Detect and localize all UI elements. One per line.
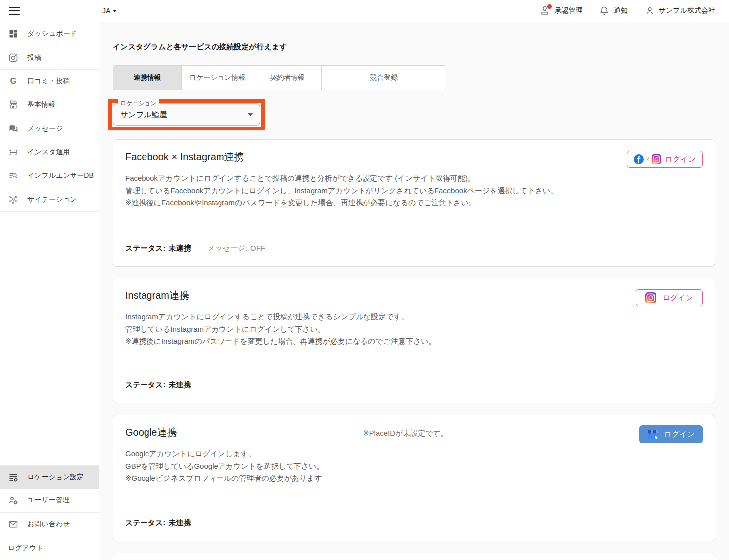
sidebar: ダッシュボード 投稿 G 口コミ・投稿	[0, 22, 99, 560]
status-value: 未連携	[168, 244, 191, 253]
card-title: Facebook × Instagram連携	[125, 150, 244, 164]
tab-contractor-info[interactable]: 契約者情報	[253, 66, 322, 90]
notification-badge	[547, 4, 552, 9]
facebook-icon	[634, 154, 644, 164]
sidebar-item-label: 口コミ・投稿	[27, 77, 70, 86]
card-instagram: Instagram連携 ログイン Instagramアカウントにログインすること…	[113, 278, 715, 403]
message-value: OFF	[250, 244, 265, 252]
account-menu[interactable]: サンプル株式会社	[645, 6, 715, 16]
topbar-actions: 承認管理 通知 サンプル株式会社	[539, 5, 715, 16]
placeid-warning: ※PlaceIDが未設定です。	[363, 429, 448, 438]
card-facebook-instagram: Facebook × Instagram連携 ×	[113, 139, 715, 267]
annotation-highlight-box: ロケーション サンプル鮨屋	[108, 99, 265, 130]
top-bar: JA 承認管理	[0, 0, 729, 22]
card-description: Instagramアカウントにログインすることで投稿が連携できるシンプルな設定で…	[125, 311, 703, 348]
account-label: サンプル株式会社	[659, 6, 715, 15]
person-icon	[645, 6, 655, 16]
approval-icon	[539, 5, 550, 16]
search-list-icon	[8, 171, 19, 181]
card-title: Instagram連携	[125, 289, 189, 302]
status-value: 未連携	[168, 518, 191, 528]
description-line: Googleアカウントにログインします。	[125, 448, 703, 460]
instagram-gradient-icon	[652, 154, 661, 164]
instagram-login-button[interactable]: ログイン	[636, 289, 703, 306]
description-line: Instagramアカウントにログインすることで投稿が連携できるシンプルな設定で…	[125, 311, 703, 323]
approval-label: 承認管理	[555, 6, 583, 15]
sidebar-item-label: 基本情報	[27, 100, 55, 109]
description-line: ※Googleビジネスプロフィールの管理者の必要があります	[125, 472, 703, 485]
language-selector[interactable]: JA	[102, 7, 117, 15]
google-login-button[interactable]: G ログイン	[639, 425, 703, 443]
sidebar-item-citation[interactable]: サイテーション	[0, 188, 99, 212]
app-window: JA 承認管理	[0, 0, 729, 560]
login-button-label: ログイン	[663, 293, 693, 303]
card-status-row: ステータス: 未連携	[125, 380, 191, 390]
logout-label: ログアウト	[8, 544, 44, 553]
sidebar-item-logout[interactable]: ログアウト	[0, 536, 99, 560]
sidebar-spacer	[0, 212, 99, 466]
login-button-label: ログイン	[665, 155, 696, 164]
storefront-icon	[8, 100, 19, 110]
card-title: Google連携	[125, 426, 177, 439]
card-description: Googleアカウントにログインします。 GBPを管理しているGoogleアカウ…	[125, 448, 703, 485]
card-google: Google連携 ※PlaceIDが未設定です。 G ログイン Googleアカ	[113, 415, 715, 541]
location-settings-icon	[8, 472, 19, 482]
status-value: 未連携	[168, 380, 191, 390]
tab-location-info[interactable]: ロケーション情報	[182, 66, 253, 90]
description-line: ※連携後にFacebookやInstagramのパスワードを変更した場合、再連携…	[125, 197, 703, 209]
card-status-row: ステータス: 未連携	[125, 518, 191, 528]
mail-icon	[8, 519, 19, 529]
tab-competitor-registration[interactable]: 競合登録	[322, 66, 446, 90]
location-select[interactable]: ロケーション サンプル鮨屋	[113, 103, 260, 126]
card-description: Facebookアカウントにログインすることで投稿の連携と分析ができる設定です …	[125, 172, 703, 209]
description-line: GBPを管理しているGoogleアカウントを選択して下さい。	[125, 460, 703, 473]
sidebar-item-user-management[interactable]: ユーザー管理	[0, 489, 99, 513]
page-description: インスタグラムと各サービスの接続設定が行えます	[113, 42, 287, 52]
sidebar-item-label: ユーザー管理	[27, 496, 70, 505]
sidebar-item-posts[interactable]: 投稿	[0, 46, 99, 70]
login-button-label: ログイン	[664, 430, 695, 439]
hamburger-menu-icon[interactable]	[9, 7, 20, 15]
sidebar-item-location-settings[interactable]: ロケーション設定	[0, 465, 99, 489]
sidebar-item-influencer-db[interactable]: インフルエンサーDB	[0, 164, 99, 188]
description-line: 管理しているFacebookアカウントにログインし、Instagramアカウント…	[125, 185, 703, 197]
location-select-value: サンプル鮨屋	[120, 104, 167, 125]
approval-management-button[interactable]: 承認管理	[539, 5, 583, 16]
google-business-profile-icon: G	[647, 429, 659, 440]
chat-icon	[8, 124, 19, 134]
sidebar-item-contact[interactable]: お問い合わせ	[0, 513, 99, 537]
message-label: メッセージ:	[207, 244, 247, 253]
sidebar-item-insta-operation[interactable]: インスタ運用	[0, 140, 99, 164]
status-label: ステータス:	[125, 380, 165, 390]
hub-icon	[8, 195, 19, 205]
svg-text:G: G	[655, 434, 658, 439]
manage-accounts-icon	[8, 495, 19, 505]
card-status-row: ステータス: 未連携 メッセージ: OFF	[125, 244, 265, 253]
card-partial	[113, 553, 715, 560]
sidebar-item-basic-info[interactable]: 基本情報	[0, 93, 99, 117]
status-label: ステータス:	[125, 244, 165, 253]
main-content: インスタグラムと各サービスの接続設定が行えます 連携情報 ロケーション情報 契約…	[99, 22, 729, 560]
notifications-label: 通知	[614, 6, 628, 15]
description-line: Facebookアカウントにログインすることで投稿の連携と分析ができる設定です …	[125, 172, 703, 185]
chevron-down-icon	[113, 10, 117, 12]
sidebar-item-label: 投稿	[27, 53, 41, 62]
sidebar-item-messages[interactable]: メッセージ	[0, 117, 99, 141]
sidebar-item-label: お問い合わせ	[27, 520, 70, 529]
facebook-instagram-login-button[interactable]: × ログイン	[627, 151, 703, 168]
description-line: ※連携後にInstagramのパスワードを変更した場合、再連携が必要になるのでご…	[125, 335, 703, 348]
sidebar-item-label: ダッシュボード	[27, 29, 77, 38]
sidebar-item-dashboard[interactable]: ダッシュボード	[0, 22, 99, 46]
instagram-icon	[8, 53, 19, 63]
sidebar-item-reviews[interactable]: G 口コミ・投稿	[0, 70, 99, 93]
dashboard-icon	[8, 29, 19, 39]
settings-tabs: 連携情報 ロケーション情報 契約者情報 競合登録	[113, 65, 446, 90]
notifications-button[interactable]: 通知	[599, 6, 628, 16]
sidebar-item-label: インフルエンサーDB	[27, 171, 94, 180]
tab-connection-info[interactable]: 連携情報	[113, 66, 182, 90]
icon-separator: ×	[646, 157, 649, 162]
bell-icon	[599, 6, 609, 16]
status-label: ステータス:	[125, 518, 165, 528]
chevron-down-icon	[248, 113, 253, 116]
instagram-gradient-icon	[645, 292, 656, 303]
